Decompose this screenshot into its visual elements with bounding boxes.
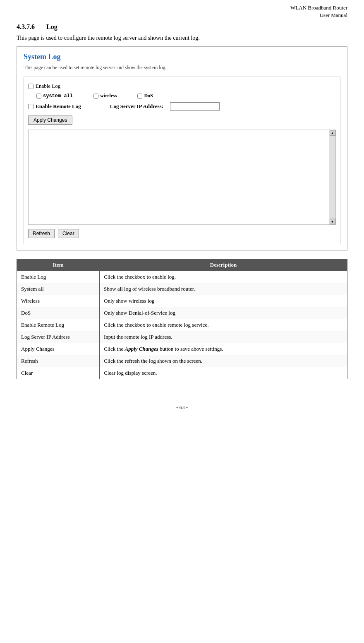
syslog-inner: Enable Log system all wireless DoS Enabl… bbox=[24, 77, 340, 244]
enable-log-checkbox[interactable] bbox=[28, 84, 34, 89]
enable-log-label: Enable Log bbox=[36, 83, 60, 89]
system-all-label: system all bbox=[43, 93, 73, 99]
section-title: 4.3.7.6 Log bbox=[17, 23, 347, 31]
table-row: Apply ChangesClick the Apply Changes but… bbox=[17, 343, 347, 355]
dos-label: DoS bbox=[144, 93, 153, 99]
clear-button[interactable]: Clear bbox=[58, 229, 79, 238]
log-textarea[interactable] bbox=[29, 130, 329, 224]
system-all-checkbox[interactable] bbox=[36, 94, 41, 99]
scroll-down-arrow[interactable]: ▼ bbox=[330, 219, 335, 224]
table-cell-description: Input the remote log IP address. bbox=[100, 331, 347, 343]
table-cell-description: Click the Apply Changes button to save a… bbox=[100, 343, 347, 355]
table-row: System allShow all log of wireless broad… bbox=[17, 283, 347, 295]
col-item-header: Item bbox=[17, 259, 100, 271]
table-cell-item: Enable Remote Log bbox=[17, 319, 100, 331]
table-cell-description: Only show Denial-of-Service log bbox=[100, 307, 347, 319]
syslog-desc: This page can be used to set remote log … bbox=[24, 65, 340, 71]
table-row: RefreshClick the refresh the log shown o… bbox=[17, 355, 347, 367]
table-row: DoSOnly show Denial-of-Service log bbox=[17, 307, 347, 319]
header-line2: User Manual bbox=[319, 12, 347, 18]
system-all-item: system all bbox=[36, 93, 73, 99]
bottom-buttons: Refresh Clear bbox=[28, 229, 336, 238]
syslog-panel: System Log This page can be used to set … bbox=[17, 46, 347, 250]
enable-log-row: Enable Log bbox=[28, 83, 336, 89]
apply-changes-bold: Apply Changes bbox=[125, 346, 158, 352]
log-display-area: ▲ ▼ bbox=[28, 130, 336, 225]
wireless-item: wireless bbox=[93, 93, 117, 99]
table-cell-description: Click the checkbox to enable log. bbox=[100, 271, 347, 283]
header-line1: WLAN Broadband Router bbox=[290, 5, 347, 11]
col-description-header: Description bbox=[100, 259, 347, 271]
table-row: WirelessOnly show wireless log bbox=[17, 295, 347, 307]
log-server-ip-input[interactable] bbox=[170, 102, 220, 111]
dos-checkbox[interactable] bbox=[137, 94, 142, 99]
enable-log-item: Enable Log bbox=[28, 83, 60, 89]
dos-item: DoS bbox=[137, 93, 153, 99]
apply-changes-container: Apply Changes bbox=[28, 116, 336, 130]
scrollbar: ▲ ▼ bbox=[329, 130, 335, 224]
sub-checkboxes-row: system all wireless DoS bbox=[36, 93, 336, 99]
table-cell-description: Only show wireless log bbox=[100, 295, 347, 307]
table-header-row: Item Description bbox=[17, 259, 347, 271]
table-row: Log Server IP AddressInput the remote lo… bbox=[17, 331, 347, 343]
table-row: ClearClear log display screen. bbox=[17, 367, 347, 379]
apply-changes-button[interactable]: Apply Changes bbox=[28, 116, 72, 125]
table-cell-item: Refresh bbox=[17, 355, 100, 367]
enable-remote-log-checkbox[interactable] bbox=[28, 104, 34, 109]
table-cell-description: Click the checkbox to enable remote log … bbox=[100, 319, 347, 331]
enable-remote-log-label: Enable Remote Log bbox=[28, 103, 81, 110]
syslog-title: System Log bbox=[24, 53, 340, 61]
table-cell-item: Wireless bbox=[17, 295, 100, 307]
table-cell-item: Enable Log bbox=[17, 271, 100, 283]
wireless-label: wireless bbox=[100, 93, 117, 99]
refresh-button[interactable]: Refresh bbox=[28, 229, 55, 238]
table-row: Enable Remote LogClick the checkbox to e… bbox=[17, 319, 347, 331]
remote-log-row: Enable Remote Log Log Server IP Address: bbox=[28, 102, 336, 111]
table-cell-item: Apply Changes bbox=[17, 343, 100, 355]
page-number: - 63 - bbox=[176, 404, 188, 410]
ip-label: Log Server IP Address: bbox=[110, 103, 163, 110]
table-cell-item: Log Server IP Address bbox=[17, 331, 100, 343]
page-footer: - 63 - bbox=[17, 404, 347, 411]
table-cell-description: Click the refresh the log shown on the s… bbox=[100, 355, 347, 367]
table-cell-item: DoS bbox=[17, 307, 100, 319]
description-table: Item Description Enable LogClick the che… bbox=[17, 259, 347, 379]
table-cell-item: System all bbox=[17, 283, 100, 295]
page-header: WLAN Broadband Router User Manual bbox=[17, 4, 347, 19]
table-row: Enable LogClick the checkbox to enable l… bbox=[17, 271, 347, 283]
table-cell-description: Clear log display screen. bbox=[100, 367, 347, 379]
table-cell-item: Clear bbox=[17, 367, 100, 379]
intro-text: This page is used to configure the remot… bbox=[17, 35, 347, 41]
wireless-checkbox[interactable] bbox=[93, 94, 98, 99]
scroll-up-arrow[interactable]: ▲ bbox=[330, 130, 335, 136]
table-cell-description: Show all log of wireless broadband route… bbox=[100, 283, 347, 295]
